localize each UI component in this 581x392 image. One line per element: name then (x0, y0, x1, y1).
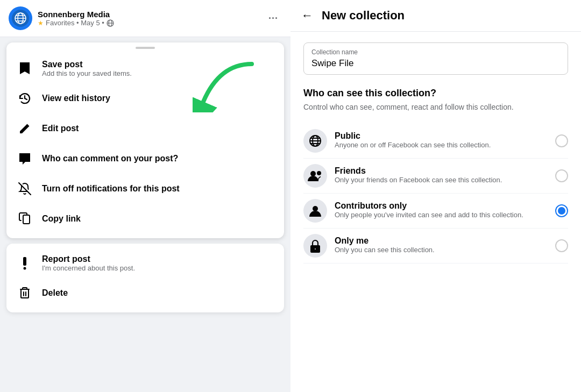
copy-link-title: Copy link (42, 214, 81, 224)
collection-form: Collection name Swipe File Who can see t… (290, 32, 581, 274)
comment-icon (15, 149, 34, 168)
svg-point-16 (24, 267, 26, 270)
bookmark-icon (15, 59, 34, 78)
post-header: Sonnenberg Media ★ Favorites • May 5 • ·… (0, 0, 290, 37)
radio-selected-indicator (558, 207, 565, 215)
menu-card-secondary: Report post I'm concerned about this pos… (6, 244, 284, 312)
svg-rect-13 (23, 215, 30, 224)
globe-icon (107, 19, 114, 27)
new-collection-title: New collection (322, 9, 405, 23)
menu-item-edit-post[interactable]: Edit post (6, 113, 284, 144)
friends-option-text: Friends Only your friends on Facebook ca… (335, 166, 548, 185)
turn-off-notifications-text: Turn off notifications for this post (42, 184, 180, 194)
menu-item-save-post[interactable]: Save post Add this to your saved items. (6, 53, 284, 83)
pencil-icon (15, 119, 34, 138)
menu-item-view-edit-history[interactable]: View edit history (6, 83, 284, 113)
header-info: Sonnenberg Media ★ Favorites • May 5 • (38, 10, 259, 27)
save-post-text: Save post Add this to your saved items. (42, 60, 132, 77)
edit-post-text: Edit post (42, 124, 79, 133)
drag-handle (136, 47, 155, 49)
save-post-subtitle: Add this to your saved items. (42, 69, 132, 77)
left-panel: Sonnenberg Media ★ Favorites • May 5 • ·… (0, 0, 290, 392)
svg-rect-17 (21, 289, 29, 298)
edit-post-title: Edit post (42, 124, 79, 133)
option-public[interactable]: Public Anyone on or off Facebook can see… (303, 124, 568, 159)
friends-option-icon (303, 164, 327, 188)
contributors-title: Contributors only (335, 201, 548, 211)
report-post-subtitle: I'm concerned about this post. (42, 264, 135, 272)
collection-name-input[interactable]: Collection name Swipe File (303, 42, 568, 75)
menu-card: Save post Add this to your saved items. … (6, 42, 284, 238)
input-value: Swipe File (311, 58, 560, 69)
svg-rect-15 (23, 257, 26, 266)
option-friends[interactable]: Friends Only your friends on Facebook ca… (303, 159, 568, 194)
new-collection-header: ← New collection (290, 0, 581, 32)
svg-point-29 (314, 248, 316, 250)
who-can-comment-text: Who can comment on your post? (42, 154, 178, 163)
public-option-text: Public Anyone on or off Facebook can see… (335, 131, 548, 150)
report-post-text: Report post I'm concerned about this pos… (42, 254, 135, 272)
friends-title: Friends (335, 166, 548, 176)
option-contributors-only[interactable]: Contributors only Only people you've inv… (303, 194, 568, 229)
only-me-option-text: Only me Only you can see this collection… (335, 236, 548, 255)
public-radio[interactable] (555, 134, 568, 147)
right-panel: ← New collection Collection name Swipe F… (290, 0, 581, 392)
contributors-option-text: Contributors only Only people you've inv… (335, 201, 548, 220)
svg-point-26 (317, 171, 321, 175)
page-meta-text: Favorites • May 5 • (46, 19, 104, 27)
avatar (9, 6, 32, 30)
menu-item-who-can-comment[interactable]: Who can comment on your post? (6, 144, 284, 174)
visibility-section-title: Who can see this collection? (303, 88, 568, 99)
menu-item-report-post[interactable]: Report post I'm concerned about this pos… (6, 248, 284, 278)
menu-item-turn-off-notifications[interactable]: Turn off notifications for this post (6, 174, 284, 204)
view-edit-history-text: View edit history (42, 94, 110, 103)
contributors-option-icon (303, 199, 327, 223)
svg-point-25 (310, 171, 316, 176)
lock-option-icon (303, 234, 327, 258)
view-edit-history-title: View edit history (42, 94, 110, 103)
option-only-me[interactable]: Only me Only you can see this collection… (303, 229, 568, 263)
delete-title: Delete (42, 288, 68, 298)
contributors-desc: Only people you've invited can see and a… (335, 211, 548, 220)
only-me-title: Only me (335, 236, 548, 246)
contributors-radio[interactable] (555, 204, 568, 217)
back-button[interactable]: ← (301, 9, 313, 23)
trash-icon (15, 283, 34, 303)
who-can-comment-title: Who can comment on your post? (42, 154, 178, 163)
star-icon: ★ (38, 19, 44, 27)
report-post-title: Report post (42, 254, 135, 264)
visibility-section-desc: Control who can see, comment, react and … (303, 102, 568, 113)
page-meta: ★ Favorites • May 5 • (38, 19, 259, 27)
copy-icon (15, 209, 34, 229)
friends-radio[interactable] (555, 169, 568, 182)
copy-link-text: Copy link (42, 214, 81, 224)
page-name: Sonnenberg Media (38, 10, 259, 19)
only-me-radio[interactable] (555, 239, 568, 252)
only-me-desc: Only you can see this collection. (335, 246, 548, 255)
bell-off-icon (15, 179, 34, 198)
history-icon (15, 89, 34, 108)
delete-text: Delete (42, 288, 68, 298)
input-label: Collection name (311, 48, 560, 56)
exclamation-icon (15, 253, 34, 273)
public-title: Public (335, 131, 548, 141)
globe-option-icon (303, 129, 327, 153)
save-post-title: Save post (42, 60, 132, 69)
svg-point-27 (313, 206, 318, 211)
svg-line-11 (25, 98, 27, 99)
menu-item-delete[interactable]: Delete (6, 278, 284, 308)
turn-off-notifications-title: Turn off notifications for this post (42, 184, 180, 194)
public-desc: Anyone on or off Facebook can see this c… (335, 141, 548, 150)
friends-desc: Only your friends on Facebook can see th… (335, 176, 548, 185)
more-options-button[interactable]: ··· (265, 10, 282, 27)
menu-item-copy-link[interactable]: Copy link (6, 204, 284, 234)
svg-line-12 (19, 183, 31, 195)
